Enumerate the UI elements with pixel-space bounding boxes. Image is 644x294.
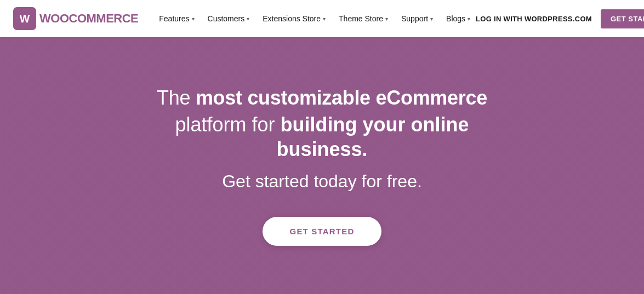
woocommerce-logo-icon: W: [13, 7, 36, 30]
svg-text:W: W: [20, 13, 30, 25]
hero-subtitle: Get started today for free.: [136, 170, 509, 193]
blogs-chevron-icon: ▾: [468, 16, 470, 22]
hero-section: The most customizable eCommerce platform…: [0, 37, 644, 294]
features-chevron-icon: ▾: [192, 16, 195, 22]
login-link[interactable]: LOG IN WITH WORDPRESS.COM: [476, 15, 592, 23]
hero-headline-line1: The most customizable eCommerce: [136, 85, 509, 110]
nav-theme-store[interactable]: Theme Store ▾: [333, 10, 394, 27]
theme-chevron-icon: ▾: [385, 16, 388, 22]
logo-text: WOOCOMMERCE: [39, 11, 138, 26]
extensions-chevron-icon: ▾: [323, 16, 326, 22]
navbar: W WOOCOMMERCE Features ▾ Customers ▾ Ext…: [0, 0, 644, 37]
nav-extensions-store[interactable]: Extensions Store ▾: [257, 10, 331, 27]
nav-customers[interactable]: Customers ▾: [202, 10, 255, 27]
logo[interactable]: W WOOCOMMERCE: [13, 7, 138, 30]
hero-content: The most customizable eCommerce platform…: [125, 85, 520, 246]
hero-get-started-button[interactable]: GET STARTED: [263, 217, 382, 246]
support-chevron-icon: ▾: [430, 16, 433, 22]
nav-support[interactable]: Support ▾: [396, 10, 438, 27]
get-started-nav-button[interactable]: GET STARTED: [601, 9, 644, 28]
hero-headline-line2: platform for building your online busine…: [136, 112, 509, 162]
nav-right: LOG IN WITH WORDPRESS.COM GET STARTED: [476, 9, 644, 28]
nav-features[interactable]: Features ▾: [153, 10, 200, 27]
customers-chevron-icon: ▾: [247, 16, 249, 22]
nav-links: Features ▾ Customers ▾ Extensions Store …: [153, 10, 476, 27]
nav-blogs[interactable]: Blogs ▾: [441, 10, 476, 27]
